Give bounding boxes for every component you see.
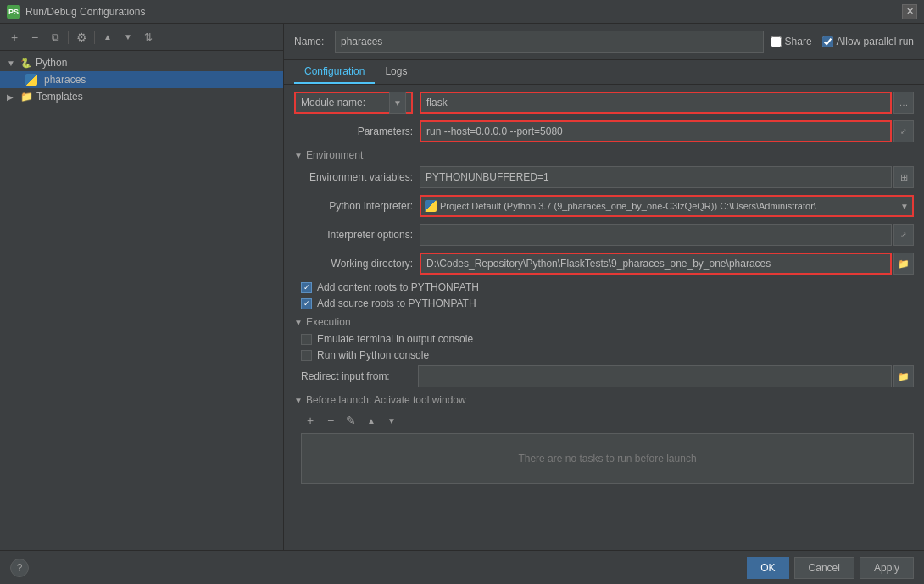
allow-parallel-text: Allow parallel run	[837, 36, 914, 47]
python-folder-icon: 🐍	[20, 57, 32, 69]
module-type-dropdown[interactable]: ▼	[389, 92, 406, 114]
name-controls: Share Allow parallel run	[771, 36, 914, 47]
module-name-field-group: …	[420, 92, 914, 114]
interpreter-inner: Project Default (Python 3.7 (9_pharaces_…	[425, 200, 816, 212]
move-up-button[interactable]: ▲	[98, 28, 117, 47]
add-config-button[interactable]: +	[5, 28, 24, 47]
env-section-arrow: ▼	[294, 151, 303, 160]
pharaces-icon	[25, 74, 37, 86]
templates-icon: 📁	[20, 91, 33, 103]
env-vars-label: Environment variables:	[294, 171, 413, 183]
interpreter-options-row: Interpreter options: ⤢	[294, 224, 914, 246]
exec-section-arrow: ▼	[294, 318, 303, 327]
launch-remove-button[interactable]: −	[321, 411, 340, 430]
main-container: + − ⧉ ⚙ ▲ ▼ ⇅ ▼ 🐍 Python	[0, 24, 924, 584]
parameters-expand-button[interactable]: ⤢	[893, 120, 914, 142]
environment-section-label: Environment	[306, 149, 363, 161]
tab-configuration[interactable]: Configuration	[294, 60, 375, 84]
bottom-left: ?	[10, 559, 29, 577]
launch-toolbar: + − ✎ ▲ ▼	[294, 411, 914, 430]
redirect-input-row: Redirect input from: 📁	[294, 365, 914, 387]
parameters-label: Parameters:	[294, 125, 413, 137]
interpreter-options-expand-button[interactable]: ⤢	[893, 224, 914, 246]
interpreter-options-label: Interpreter options:	[294, 229, 413, 241]
launch-down-button[interactable]: ▼	[382, 411, 401, 430]
sort-button[interactable]: ⇅	[139, 28, 158, 47]
emulate-terminal-row: Emulate terminal in output console	[294, 333, 914, 345]
window-title: Run/Debug Configurations	[25, 6, 145, 18]
copy-config-button[interactable]: ⧉	[46, 28, 64, 47]
launch-up-button[interactable]: ▲	[362, 411, 381, 430]
env-vars-input[interactable]	[420, 166, 892, 188]
launch-edit-button[interactable]: ✎	[342, 411, 360, 430]
no-tasks-text: There are no tasks to run before launch	[518, 453, 696, 464]
name-input[interactable]	[335, 31, 764, 53]
settings-button[interactable]: ⚙	[72, 28, 91, 47]
run-python-console-label: Run with Python console	[317, 349, 429, 361]
execution-section-label: Execution	[306, 316, 351, 328]
run-python-console-checkbox[interactable]	[301, 350, 312, 361]
allow-parallel-checkbox[interactable]	[822, 36, 833, 47]
tabs-row: Configuration Logs	[284, 60, 924, 85]
python-interpreter-label: Python interpreter:	[294, 200, 413, 212]
help-icon: ?	[17, 562, 23, 574]
redirect-input-input[interactable]	[418, 365, 892, 387]
parameters-input[interactable]	[420, 120, 892, 142]
interpreter-value: Project Default (Python 3.7 (9_pharaces_…	[440, 201, 816, 211]
run-python-console-row: Run with Python console	[294, 349, 914, 361]
redirect-input-browse-button[interactable]: 📁	[893, 365, 914, 387]
name-row: Name: Share Allow parallel run	[284, 24, 924, 60]
launch-add-button[interactable]: +	[301, 411, 320, 430]
tab-logs[interactable]: Logs	[375, 60, 417, 84]
redirect-input-field-group: 📁	[418, 365, 914, 387]
apply-button[interactable]: Apply	[860, 557, 914, 579]
move-down-button[interactable]: ▼	[119, 28, 137, 47]
pharaces-label: pharaces	[44, 74, 86, 86]
ok-button[interactable]: OK	[747, 557, 788, 579]
launch-empty-area: There are no tasks to run before launch	[301, 433, 914, 484]
module-name-input[interactable]	[420, 92, 892, 114]
execution-section-header: ▼ Execution	[294, 316, 914, 328]
working-dir-browse-button[interactable]: 📁	[893, 253, 914, 275]
add-content-roots-label: Add content roots to PYTHONPATH	[317, 281, 479, 293]
environment-section-header: ▼ Environment	[294, 149, 914, 161]
share-checkbox-label[interactable]: Share	[771, 36, 812, 47]
interpreter-py-icon	[425, 200, 437, 212]
python-interpreter-select[interactable]: Project Default (Python 3.7 (9_pharaces_…	[420, 195, 914, 217]
bottom-right: OK Cancel Apply	[747, 557, 914, 579]
emulate-terminal-label: Emulate terminal in output console	[317, 333, 473, 345]
remove-config-button[interactable]: −	[25, 28, 44, 47]
tree-python-group[interactable]: ▼ 🐍 Python	[0, 54, 283, 71]
add-content-roots-row: Add content roots to PYTHONPATH	[294, 281, 914, 293]
content-area: + − ⧉ ⚙ ▲ ▼ ⇅ ▼ 🐍 Python	[0, 24, 924, 550]
redirect-input-label: Redirect input from:	[301, 370, 411, 382]
share-checkbox[interactable]	[771, 36, 782, 47]
help-button[interactable]: ?	[10, 559, 29, 577]
allow-parallel-label[interactable]: Allow parallel run	[822, 36, 914, 47]
module-browse-button[interactable]: …	[893, 92, 914, 114]
app-icon: PS	[7, 5, 20, 19]
before-launch-section: ▼ Before launch: Activate tool window + …	[294, 394, 914, 484]
config-tree: ▼ 🐍 Python pharaces ▶ 📁 Templates	[0, 51, 283, 550]
add-content-roots-checkbox[interactable]	[301, 282, 312, 293]
tree-templates-group[interactable]: ▶ 📁 Templates	[0, 88, 283, 105]
add-source-roots-checkbox[interactable]	[301, 298, 312, 309]
templates-arrow: ▶	[7, 92, 17, 102]
emulate-terminal-checkbox[interactable]	[301, 334, 312, 345]
python-interpreter-row: Python interpreter: Project Default (Pyt…	[294, 195, 914, 217]
templates-label: Templates	[36, 91, 83, 103]
interpreter-options-input[interactable]	[420, 224, 892, 246]
name-label: Name:	[294, 36, 328, 47]
title-bar: PS Run/Debug Configurations ✕	[0, 0, 924, 24]
cancel-button[interactable]: Cancel	[794, 557, 854, 579]
env-vars-browse-button[interactable]: ⊞	[893, 166, 914, 188]
before-launch-label: Before launch: Activate tool window	[306, 394, 466, 406]
close-button[interactable]: ✕	[902, 4, 917, 19]
working-dir-input[interactable]	[420, 253, 892, 275]
parameters-row: Parameters: ⤢	[294, 120, 914, 142]
config-panel: Module name: ▼ … Parameters: ⤢	[284, 85, 924, 550]
tree-item-pharaces[interactable]: pharaces	[0, 71, 283, 88]
python-group-label: Python	[36, 57, 67, 69]
module-name-label-box: Module name: ▼	[294, 92, 413, 114]
module-name-label: Module name:	[301, 97, 365, 108]
